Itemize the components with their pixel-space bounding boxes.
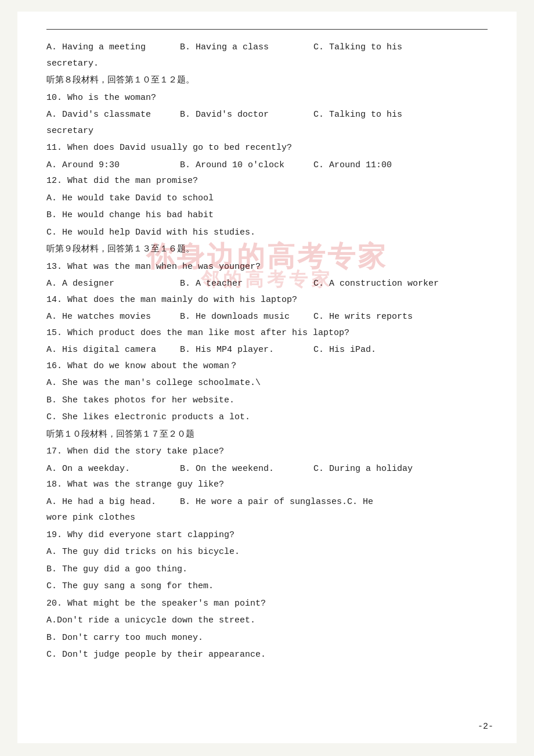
main-content: A. Having a meeting B. Having a class C.… xyxy=(46,40,488,663)
q15-option-b: B. His MP4 player. xyxy=(180,343,313,358)
q14-option-a: A. He watches movies xyxy=(46,309,180,325)
q15-options-row: A. His digital camera B. His MP4 player.… xyxy=(46,343,488,358)
q17-stem: 17. When did the story take place? xyxy=(46,444,488,459)
q13-option-b: B. A teacher xyxy=(180,276,313,291)
q17-option-c: C. During a holiday xyxy=(313,462,488,477)
q13-stem: 13. What was the man when he was younger… xyxy=(46,260,488,275)
q9-option-c-start: C. Talking to his xyxy=(313,40,488,55)
q18-option-b: B. He wore a pair of sunglasses. xyxy=(180,495,347,510)
q11-option-a: A. Around 9:30 xyxy=(46,158,180,173)
q12-stem: 12. What did the man promise? xyxy=(46,174,488,189)
q13-option-c: C. A construction worker xyxy=(313,276,488,291)
q10-option-c-cont: secretary xyxy=(46,124,488,139)
q11-option-b: B. Around 10 o'clock xyxy=(180,158,313,173)
q20-option-b: B. Don't carry too much money. xyxy=(46,631,488,646)
q20-stem: 20. What might be the speaker's man poin… xyxy=(46,596,488,611)
page-number: -2- xyxy=(478,722,493,732)
q20-option-a: A.Don't ride a unicycle down the street. xyxy=(46,613,488,628)
q11-option-c: C. Around 11:00 xyxy=(313,158,488,173)
q10-option-c-start: C. Talking to his xyxy=(313,107,488,123)
section10-header: 听第１０段材料，回答第１７至２０题 xyxy=(46,427,488,442)
q13-options-row: A. A designer B. A teacher C. A construc… xyxy=(46,276,488,291)
q17-option-b: B. On the weekend. xyxy=(180,462,313,477)
q18-option-c-cont: wore pink clothes xyxy=(46,510,488,525)
q11-stem: 11. When does David usually go to bed re… xyxy=(46,141,488,156)
section9-header: 听第９段材料，回答第１３至１６题。 xyxy=(46,242,488,257)
q15-option-c: C. His iPad. xyxy=(313,343,488,358)
q10-stem: 10. Who is the woman? xyxy=(46,91,488,106)
q12-option-b: B. He would change his bad habit xyxy=(46,208,488,223)
top-divider xyxy=(46,29,488,30)
q18-option-c-start: C. He xyxy=(347,495,488,510)
q12-option-c: C. He would help David with his studies. xyxy=(46,225,488,240)
q15-stem: 15. Which product does the man like most… xyxy=(46,326,488,341)
q14-options-row: A. He watches movies B. He downloads mus… xyxy=(46,309,488,325)
q9-option-a: A. Having a meeting xyxy=(46,40,180,55)
q19-option-c: C. The guy sang a song for them. xyxy=(46,579,488,594)
q16-option-b: B. She takes photos for her website. xyxy=(46,393,488,408)
q14-option-c: C. He writs reports xyxy=(313,309,488,325)
q12-option-a: A. He would take David to school xyxy=(46,191,488,206)
q10-option-b: B. David's doctor xyxy=(180,107,313,123)
q16-stem: 16. What do we know about the woman？ xyxy=(46,359,488,374)
q17-option-a: A. On a weekday. xyxy=(46,462,180,477)
q18-stem: 18. What was the strange guy like? xyxy=(46,477,488,492)
q18-options-row: A. He had a big head. B. He wore a pair … xyxy=(46,495,488,510)
section8-header: 听第８段材料，回答第１０至１２题。 xyxy=(46,73,488,88)
q9-options-row: A. Having a meeting B. Having a class C.… xyxy=(46,40,488,55)
q19-stem: 19. Why did everyone start clapping? xyxy=(46,528,488,543)
q9-option-c-cont: secretary. xyxy=(46,56,488,71)
q11-options-row: A. Around 9:30 B. Around 10 o'clock C. A… xyxy=(46,158,488,173)
q19-option-a: A. The guy did tricks on his bicycle. xyxy=(46,545,488,560)
q14-stem: 14. What does the man mainly do with his… xyxy=(46,293,488,308)
q17-options-row: A. On a weekday. B. On the weekend. C. D… xyxy=(46,462,488,477)
q9-option-b: B. Having a class xyxy=(180,40,313,55)
q18-option-a: A. He had a big head. xyxy=(46,495,180,510)
q10-option-a: A. David's classmate xyxy=(46,107,180,123)
q16-option-c: C. She likes electronic products a lot. xyxy=(46,410,488,425)
q15-option-a: A. His digital camera xyxy=(46,343,180,358)
q16-option-a: A. She was the man's college schoolmate.… xyxy=(46,376,488,391)
q20-option-c: C. Don't judge people by their appearanc… xyxy=(46,647,488,663)
q14-option-b: B. He downloads music xyxy=(180,309,313,325)
q19-option-b: B. The guy did a goo thing. xyxy=(46,562,488,577)
q13-option-a: A. A designer xyxy=(46,276,180,291)
q10-options-row: A. David's classmate B. David's doctor C… xyxy=(46,107,488,123)
